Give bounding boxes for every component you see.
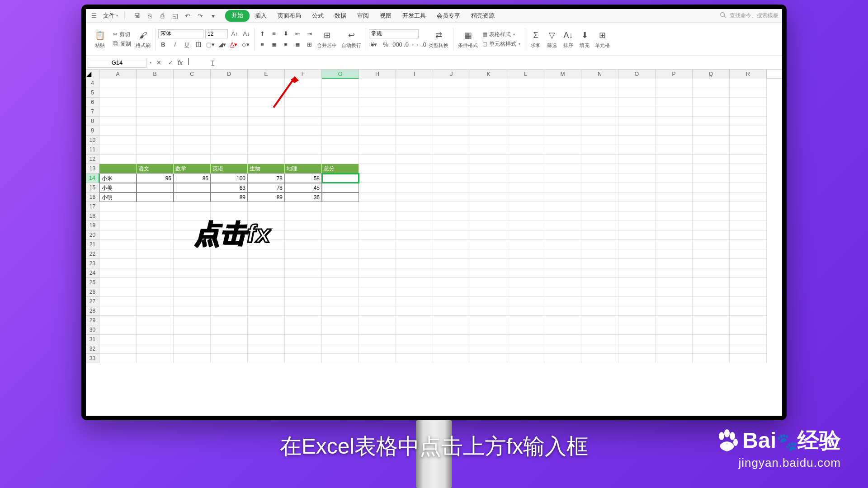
cell-D22[interactable] bbox=[211, 249, 248, 259]
cell-Q33[interactable] bbox=[693, 354, 730, 363]
cell-O22[interactable] bbox=[618, 249, 656, 259]
cell-F9[interactable] bbox=[285, 126, 322, 136]
cell-F25[interactable] bbox=[285, 278, 322, 287]
cell-C22[interactable] bbox=[174, 249, 211, 259]
cell-K25[interactable] bbox=[470, 278, 507, 287]
cell-A16[interactable]: 小明 bbox=[99, 192, 137, 202]
cell-C6[interactable] bbox=[174, 98, 211, 107]
cell-B14[interactable]: 96 bbox=[137, 174, 174, 183]
distribute-icon[interactable]: ⊞ bbox=[304, 40, 314, 49]
row-header-28[interactable]: 28 bbox=[86, 306, 99, 316]
cell-I27[interactable] bbox=[396, 297, 433, 306]
row-header-15[interactable]: 15 bbox=[86, 183, 99, 192]
cell-F24[interactable] bbox=[285, 268, 322, 278]
cell-H24[interactable] bbox=[359, 268, 396, 278]
cell-M26[interactable] bbox=[544, 287, 581, 297]
row-header-13[interactable]: 13 bbox=[86, 164, 99, 174]
cell-L11[interactable] bbox=[507, 145, 544, 155]
cell-J14[interactable] bbox=[433, 174, 470, 183]
cell-I12[interactable] bbox=[396, 155, 433, 164]
cell-H33[interactable] bbox=[359, 354, 396, 363]
cell-G27[interactable] bbox=[322, 297, 359, 306]
cell-G14[interactable] bbox=[322, 174, 359, 183]
wrap-text-button[interactable]: ↩ 自动换行 bbox=[340, 28, 363, 50]
cell-E10[interactable] bbox=[248, 136, 285, 145]
cell-D15[interactable]: 63 bbox=[211, 183, 248, 192]
cell-H7[interactable] bbox=[359, 107, 396, 117]
cell-L23[interactable] bbox=[507, 259, 544, 268]
cell-D9[interactable] bbox=[211, 126, 248, 136]
cell-K32[interactable] bbox=[470, 344, 507, 354]
cell-I8[interactable] bbox=[396, 117, 433, 126]
cell-O30[interactable] bbox=[618, 325, 656, 335]
column-header-K[interactable]: K bbox=[470, 70, 507, 79]
cell-D31[interactable] bbox=[211, 335, 248, 344]
cell-C18[interactable] bbox=[174, 211, 211, 221]
cell-R28[interactable] bbox=[730, 306, 767, 316]
cell-R5[interactable] bbox=[730, 88, 767, 98]
cell-O28[interactable] bbox=[618, 306, 656, 316]
cell-K14[interactable] bbox=[470, 174, 507, 183]
confirm-formula-button[interactable]: ✓ bbox=[166, 58, 175, 67]
cell-R25[interactable] bbox=[730, 278, 767, 287]
cell-K12[interactable] bbox=[470, 155, 507, 164]
cell-E7[interactable] bbox=[248, 107, 285, 117]
cell-A6[interactable] bbox=[99, 98, 137, 107]
cell-R12[interactable] bbox=[730, 155, 767, 164]
cell-D23[interactable] bbox=[211, 259, 248, 268]
number-format-select[interactable] bbox=[369, 29, 419, 38]
currency-icon[interactable]: ¥▾ bbox=[369, 40, 379, 49]
cell-B20[interactable] bbox=[137, 230, 174, 240]
cell-R11[interactable] bbox=[730, 145, 767, 155]
cell-M7[interactable] bbox=[544, 107, 581, 117]
cell-J30[interactable] bbox=[433, 325, 470, 335]
cell-G24[interactable] bbox=[322, 268, 359, 278]
row-header-8[interactable]: 8 bbox=[86, 117, 99, 126]
cell-K16[interactable] bbox=[470, 192, 507, 202]
increase-decimal-icon[interactable]: .0→ bbox=[404, 40, 414, 49]
row-header-23[interactable]: 23 bbox=[86, 259, 99, 268]
cell-Q8[interactable] bbox=[693, 117, 730, 126]
cell-E22[interactable] bbox=[248, 249, 285, 259]
cell-O17[interactable] bbox=[618, 202, 656, 211]
cell-C31[interactable] bbox=[174, 335, 211, 344]
cell-M10[interactable] bbox=[544, 136, 581, 145]
print-preview-icon[interactable]: ◱ bbox=[170, 11, 180, 21]
cell-B33[interactable] bbox=[137, 354, 174, 363]
align-right-icon[interactable]: ≡ bbox=[281, 40, 291, 49]
cell-R10[interactable] bbox=[730, 136, 767, 145]
cell-M13[interactable] bbox=[544, 164, 581, 174]
cell-Q32[interactable] bbox=[693, 344, 730, 354]
print-icon[interactable]: ⎙ bbox=[157, 11, 167, 21]
cell-N10[interactable] bbox=[581, 136, 618, 145]
row-header-18[interactable]: 18 bbox=[86, 211, 99, 221]
cell-P22[interactable] bbox=[656, 249, 693, 259]
cell-D27[interactable] bbox=[211, 297, 248, 306]
row-header-7[interactable]: 7 bbox=[86, 107, 99, 117]
cell-A30[interactable] bbox=[99, 325, 137, 335]
cell-O18[interactable] bbox=[618, 211, 656, 221]
search-area[interactable]: 查找命令、搜索模板 bbox=[720, 12, 778, 19]
row-header-33[interactable]: 33 bbox=[86, 354, 99, 363]
align-middle-icon[interactable]: ≡ bbox=[269, 29, 279, 38]
cell-J9[interactable] bbox=[433, 126, 470, 136]
cell-L7[interactable] bbox=[507, 107, 544, 117]
row-header-11[interactable]: 11 bbox=[86, 145, 99, 155]
cell-H6[interactable] bbox=[359, 98, 396, 107]
cell-F30[interactable] bbox=[285, 325, 322, 335]
cell-Q17[interactable] bbox=[693, 202, 730, 211]
cell-C21[interactable] bbox=[174, 240, 211, 249]
cell-E25[interactable] bbox=[248, 278, 285, 287]
cell-J15[interactable] bbox=[433, 183, 470, 192]
cell-B28[interactable] bbox=[137, 306, 174, 316]
column-header-P[interactable]: P bbox=[656, 70, 693, 79]
type-convert-button[interactable]: ⇄ 类型转换 bbox=[427, 28, 450, 50]
cell-O16[interactable] bbox=[618, 192, 656, 202]
cell-Q10[interactable] bbox=[693, 136, 730, 145]
cell-N6[interactable] bbox=[581, 98, 618, 107]
column-header-J[interactable]: J bbox=[433, 70, 470, 79]
cell-Q12[interactable] bbox=[693, 155, 730, 164]
cell-M11[interactable] bbox=[544, 145, 581, 155]
cell-O26[interactable] bbox=[618, 287, 656, 297]
row-header-24[interactable]: 24 bbox=[86, 268, 99, 278]
